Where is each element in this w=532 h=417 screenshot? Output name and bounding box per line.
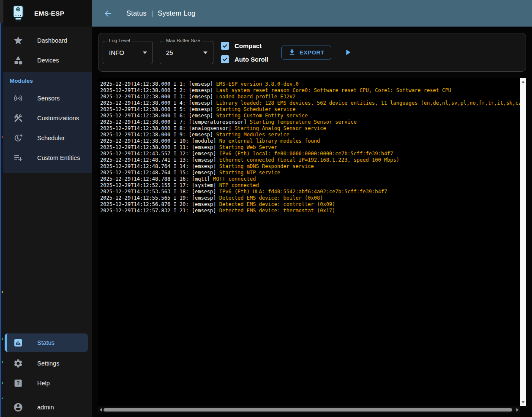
log-line-prefix: 2025-12-29T14:12:52.155 I 17: [system] bbox=[100, 182, 219, 188]
log-line-prefix: 2025-12-29T14:12:38.000 I 5: [emsesp] bbox=[100, 106, 216, 112]
checkbox-group: Compact Auto Scroll bbox=[221, 42, 268, 63]
sidebar-item-label: Help bbox=[37, 380, 50, 387]
log-line: 2025-12-29T14:12:48.764 I 14: [emsesp] S… bbox=[100, 163, 520, 170]
sidebar-modules-section: Modules SensorsCustomizationsSchedulerCu… bbox=[3, 72, 92, 173]
page-content: Log Level INFO Max Buffer Size 25 Compac… bbox=[92, 27, 532, 417]
log-line: 2025-12-29T14:12:56.876 I 20: [emsesp] D… bbox=[100, 201, 520, 208]
sidebar-item-label: Settings bbox=[37, 360, 59, 367]
max-buffer-size-value: 25 bbox=[166, 49, 173, 56]
sidebar-item-dashboard[interactable]: Dashboard bbox=[3, 30, 92, 50]
log-line-message: NTP connected bbox=[219, 182, 259, 188]
boiler-logo-icon bbox=[11, 5, 26, 22]
max-buffer-size-select[interactable]: Max Buffer Size 25 bbox=[160, 41, 213, 64]
sidebar-item-status[interactable]: Status bbox=[5, 333, 88, 352]
breadcrumb-separator: | bbox=[151, 9, 153, 17]
sidebar-item-label: Devices bbox=[37, 57, 59, 64]
log-line-prefix: 2025-12-29T14:12:48.741 I 13: [emsesp] bbox=[100, 157, 219, 163]
log-toolbar-panel: Log Level INFO Max Buffer Size 25 Compac… bbox=[98, 33, 526, 72]
sidebar-item-devices[interactable]: Devices bbox=[3, 50, 92, 70]
log-line: 2025-12-29T14:12:48.741 I 13: [emsesp] E… bbox=[100, 157, 520, 163]
sidebar-item-admin[interactable]: admin bbox=[3, 397, 92, 417]
log-line-message: Library loaded: 128 EMS devices, 562 dev… bbox=[216, 100, 520, 106]
log-line-prefix: 2025-12-29T14:12:38.000 I 8: [analogsens… bbox=[100, 125, 235, 131]
log-line: 2025-12-29T14:12:38.000 I 1: [emsesp] EM… bbox=[100, 81, 520, 87]
log-level-label: Log Level bbox=[107, 38, 132, 43]
log-line: 2025-12-29T14:12:38.000 I 9: [emsesp] St… bbox=[100, 132, 520, 138]
log-line-prefix: 2025-12-29T14:12:48.788 I 16: [mqtt] bbox=[100, 176, 213, 182]
log-line-message: Starting Scheduler service bbox=[216, 106, 296, 112]
log-line: 2025-12-29T14:12:57.832 I 21: [emsesp] D… bbox=[100, 208, 520, 214]
checkbox-box bbox=[221, 42, 229, 50]
log-level-value: INFO bbox=[109, 49, 124, 56]
max-buffer-size-label: Max Buffer Size bbox=[164, 38, 202, 43]
checkbox-box bbox=[221, 55, 229, 63]
background-speck bbox=[2, 361, 3, 363]
log-line-message: Starting Custom Entity service bbox=[216, 113, 308, 119]
log-line-message: Detected EMS device: controller (0x09) bbox=[219, 201, 336, 207]
log-line-prefix: 2025-12-29T14:12:38.000 I 9: [emsesp] bbox=[100, 132, 216, 138]
compact-checkbox[interactable]: Compact bbox=[221, 42, 268, 50]
sidebar-nav-bottom: StatusSettings?Help bbox=[3, 330, 92, 393]
assessment-icon bbox=[13, 338, 23, 348]
background-speck bbox=[2, 291, 3, 293]
log-line-prefix: 2025-12-29T14:12:38.000 I 11: [emsesp] bbox=[100, 144, 219, 150]
log-line-prefix: 2025-12-29T14:12:55.565 I 19: [emsesp] bbox=[100, 195, 219, 201]
help-icon: ? bbox=[13, 378, 23, 388]
log-line: 2025-12-29T14:12:55.565 I 19: [emsesp] D… bbox=[100, 195, 520, 201]
breadcrumb-section: Status bbox=[126, 9, 147, 17]
log-line-prefix: 2025-12-29T14:12:43.557 I 12: [emsesp] bbox=[100, 151, 219, 157]
log-line-prefix: 2025-12-29T14:12:38.000 I 7: [temperatur… bbox=[100, 119, 250, 125]
log-line-message: No external library modules found bbox=[219, 138, 320, 144]
sidebar-item-sensors[interactable]: Sensors bbox=[3, 88, 92, 108]
auto-scroll-checkbox[interactable]: Auto Scroll bbox=[221, 55, 268, 63]
background-window-titlebar bbox=[0, 0, 3, 23]
log-line-message: IPv6 (Eth) ULA: fd40:5542:abf6:4a02:ce7b… bbox=[219, 189, 387, 195]
log-line-message: Loaded board profile E32V2 bbox=[216, 94, 296, 100]
sidebar-nav-user: admin bbox=[3, 397, 92, 417]
scroll-right-arrow-icon[interactable] bbox=[516, 408, 518, 412]
log-line-message: Starting Web Server bbox=[219, 144, 277, 150]
horizontal-scrollbar[interactable] bbox=[98, 406, 520, 413]
back-arrow-icon[interactable] bbox=[103, 9, 112, 18]
background-speck bbox=[2, 382, 3, 384]
export-button[interactable]: EXPORT bbox=[281, 46, 331, 60]
sidebar-item-label: Custom Entities bbox=[37, 154, 80, 161]
log-line: 2025-12-29T14:12:38.000 I 6: [emsesp] St… bbox=[100, 113, 520, 119]
log-line: 2025-12-29T14:12:48.788 I 16: [mqtt] MQT… bbox=[100, 176, 520, 182]
vertical-scrollbar[interactable] bbox=[520, 78, 526, 406]
log-line-prefix: 2025-12-29T14:12:48.764 I 14: [emsesp] bbox=[100, 163, 219, 169]
scroll-down-arrow-icon[interactable] bbox=[521, 401, 525, 403]
log-line-message: Starting mDNS Responder service bbox=[219, 163, 314, 169]
log-line-prefix: 2025-12-29T14:12:56.876 I 20: [emsesp] bbox=[100, 201, 219, 207]
sidebar-item-custom-entities[interactable]: Custom Entities bbox=[3, 148, 92, 168]
main-area: Status | System Log Log Level INFO Max B… bbox=[92, 0, 532, 417]
log-line: 2025-12-29T14:12:43.557 I 12: [emsesp] I… bbox=[100, 151, 520, 157]
sidebar-item-settings[interactable]: Settings bbox=[3, 353, 92, 373]
sidebar-item-label: Sensors bbox=[37, 95, 60, 102]
scroll-up-arrow-icon[interactable] bbox=[521, 81, 525, 83]
svg-text:?: ? bbox=[16, 380, 19, 386]
modules-section-label: Modules bbox=[3, 72, 92, 88]
export-button-label: EXPORT bbox=[300, 49, 325, 56]
sidebar-item-label: Status bbox=[37, 339, 55, 346]
page-title: System Log bbox=[158, 9, 195, 17]
sidebar-item-help[interactable]: ?Help bbox=[3, 373, 92, 393]
chevron-down-icon bbox=[203, 51, 207, 54]
more-time-icon bbox=[13, 133, 23, 143]
log-line: 2025-12-29T14:12:38.000 I 3: [emsesp] Lo… bbox=[100, 94, 520, 100]
sidebar-item-customizations[interactable]: Customizations bbox=[3, 108, 92, 128]
star-icon bbox=[13, 35, 23, 46]
log-line-prefix: 2025-12-29T14:12:53.563 I 18: [emsesp] bbox=[100, 189, 219, 195]
scroll-left-arrow-icon[interactable] bbox=[100, 408, 102, 412]
horizontal-scrollbar-thumb[interactable] bbox=[104, 408, 512, 412]
log-line-prefix: 2025-12-29T14:12:38.000 I 1: [emsesp] bbox=[100, 81, 216, 87]
appbar: Status | System Log bbox=[92, 0, 532, 27]
sidebar-item-scheduler[interactable]: Scheduler bbox=[3, 128, 92, 148]
log-line-message: Starting Analog Sensor service bbox=[235, 125, 326, 131]
log-line-prefix: 2025-12-29T14:12:38.000 I 2: [emsesp] bbox=[100, 87, 216, 93]
log-line: 2025-12-29T14:12:38.000 I 5: [emsesp] St… bbox=[100, 106, 520, 113]
log-level-select[interactable]: Log Level INFO bbox=[103, 41, 153, 64]
app-logo-row: EMS-ESP bbox=[3, 0, 92, 27]
play-button[interactable] bbox=[343, 48, 352, 57]
background-speck bbox=[2, 338, 3, 340]
